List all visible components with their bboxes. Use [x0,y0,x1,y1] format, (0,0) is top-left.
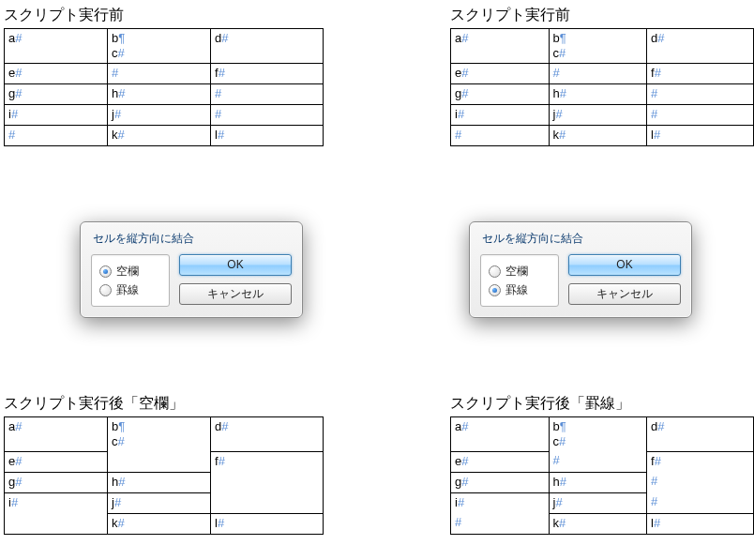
table-row: g#h## [5,84,324,105]
table-cell: b¶c# [549,417,647,452]
table-row: a#b¶c#d# [451,417,754,452]
dialog-merge-vertical-left: セルを縦方向に結合 空欄 罫線 OK キャンセル [80,221,303,318]
table-cell: f# [211,451,324,472]
table-cell: j# [108,492,211,513]
table-row: e##f# [451,451,754,472]
table-cell: f# [647,451,754,472]
table-cell: e# [451,451,550,472]
dialog-title: セルを縦方向に結合 [93,231,292,247]
ok-button[interactable]: OK [179,254,292,276]
table-row: i#j## [5,105,324,126]
table-cell: i# [5,105,108,126]
table-row: #k#l# [451,126,754,146]
table-cell: h# [549,84,647,105]
table-cell: i# [5,492,108,513]
dialog-title: セルを縦方向に結合 [482,231,681,247]
table-cell: g# [5,472,108,492]
table-cell: k# [108,126,211,146]
table-cell: j# [549,492,647,513]
table-cell: g# [451,84,550,105]
dialog-merge-vertical-right: セルを縦方向に結合 空欄 罫線 OK キャンセル [469,221,692,318]
table-cell: l# [211,126,324,146]
table-cell: a# [451,417,550,452]
table-row: i#j# [5,492,324,513]
table-right-before: a#b¶c#d#e##f#g#h##i#j###k#l# [450,28,754,146]
table-cell: # [211,105,324,126]
radio-label: 空欄 [116,264,139,280]
table-cell [5,513,108,534]
table-cell: b¶c# [108,29,211,64]
table-cell: l# [647,513,754,534]
table-cell: i# [451,492,550,513]
table-cell: a# [451,29,550,64]
table-cell: k# [549,126,647,146]
table-cell: j# [108,105,211,126]
radio-icon [99,284,112,296]
radio-option-blank[interactable]: 空欄 [99,262,159,280]
table-row: a#b¶c#d# [5,417,324,452]
radio-icon [99,265,112,278]
heading-right-after: スクリプト実行後「罫線」 [450,394,630,414]
table-row: k#l# [5,513,324,534]
radio-label: 罫線 [505,282,528,298]
table-cell: d# [647,29,754,64]
heading-left-before: スクリプト実行前 [4,6,124,25]
table-cell: e# [451,64,550,84]
table-row: #k#l# [5,126,324,146]
table-row: e##f# [451,64,754,84]
table-cell: d# [647,417,754,452]
table-cell: # [647,492,754,513]
table-cell: k# [108,513,211,534]
heading-left-after: スクリプト実行後「空欄」 [4,394,184,414]
radio-group: 空欄 罫線 [91,254,170,307]
radio-group: 空欄 罫線 [480,254,559,307]
table-row: a#b¶c#d# [451,29,754,64]
cancel-button[interactable]: キャンセル [568,283,681,305]
radio-label: 罫線 [116,282,139,298]
table-cell: # [108,64,211,84]
radio-option-blank[interactable]: 空欄 [489,262,549,280]
table-row: g#h# [5,472,324,492]
table-row: g#h## [451,472,754,492]
table-cell: e# [5,64,108,84]
table-cell: # [211,84,324,105]
table-left-before: a#b¶c#d#e##f#g#h##i#j###k#l# [4,28,324,146]
table-cell: l# [647,126,754,146]
radio-label: 空欄 [505,264,528,280]
table-row: e#f# [5,451,324,472]
table-cell: h# [108,84,211,105]
table-cell: # [549,451,647,472]
table-cell: j# [549,105,647,126]
table-right-after-rule: a#b¶c#d#e##f#g#h##i#j###k#l# [450,416,754,535]
radio-option-rule[interactable]: 罫線 [489,280,549,299]
table-cell: h# [108,472,211,492]
table-cell [108,451,211,472]
table-row: #k#l# [451,513,754,534]
table-cell: b¶c# [549,29,647,64]
table-cell: f# [647,64,754,84]
table-cell: # [647,84,754,105]
table-cell: h# [549,472,647,492]
table-cell [211,492,324,513]
table-cell: d# [211,29,324,64]
table-cell: # [647,105,754,126]
table-cell: a# [5,417,108,452]
table-row: a#b¶c#d# [5,29,324,64]
table-cell [211,472,324,492]
table-cell: # [451,126,550,146]
table-row: e##f# [5,64,324,84]
table-cell: g# [451,472,550,492]
radio-option-rule[interactable]: 罫線 [99,280,159,299]
cancel-button[interactable]: キャンセル [179,283,292,305]
table-cell: i# [451,105,550,126]
table-left-after-blank: a#b¶c#d#e#f#g#h#i#j#k#l# [4,416,324,535]
table-cell: # [5,126,108,146]
table-cell: a# [5,29,108,64]
radio-icon [489,265,501,278]
table-cell: e# [5,451,108,472]
ok-button[interactable]: OK [568,254,681,276]
table-cell: f# [211,64,324,84]
radio-icon [489,284,501,296]
table-row: i#j## [451,492,754,513]
table-cell: g# [5,84,108,105]
